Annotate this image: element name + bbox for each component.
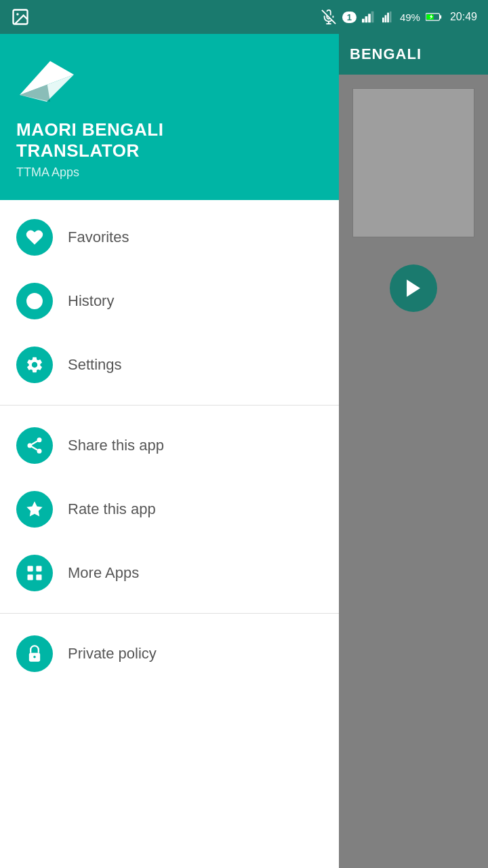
- app-title: MAORI BENGALI TRANSLATOR: [16, 119, 323, 161]
- settings-icon-circle: [16, 347, 53, 383]
- rate-label: Rate this app: [68, 500, 156, 518]
- navigation-drawer: MAORI BENGALI TRANSLATOR TTMA Apps Favor…: [0, 34, 339, 868]
- svg-rect-12: [390, 12, 392, 22]
- heart-icon: [25, 228, 44, 247]
- menu-item-favorites[interactable]: Favorites: [0, 205, 339, 269]
- svg-marker-32: [407, 279, 420, 297]
- history-label: History: [68, 292, 114, 310]
- status-bar: 1 49% 20:49: [0, 0, 488, 34]
- settings-label: Settings: [68, 356, 122, 374]
- share-icon-circle: [16, 427, 53, 464]
- menu-section-1: Favorites History: [0, 200, 339, 402]
- menu-section-2: Share this app Rate this app: [0, 408, 339, 610]
- status-bar-right: 1 49% 20:49: [321, 9, 477, 24]
- svg-rect-6: [365, 16, 368, 22]
- svg-rect-9: [382, 18, 384, 22]
- svg-point-1: [16, 13, 19, 16]
- target-language-label: BENGALI: [350, 45, 422, 63]
- menu-section-3: Private policy: [0, 616, 339, 691]
- privacy-icon-circle: [16, 635, 53, 672]
- svg-rect-7: [368, 14, 371, 22]
- favorites-label: Favorites: [68, 229, 129, 246]
- right-panel-content: [339, 75, 488, 868]
- menu-item-more-apps[interactable]: More Apps: [0, 541, 339, 605]
- drawer-header: MAORI BENGALI TRANSLATOR TTMA Apps: [0, 34, 339, 200]
- svg-rect-27: [36, 566, 41, 572]
- translate-arrow-icon: [402, 277, 425, 300]
- history-icon-circle: [16, 283, 53, 319]
- svg-rect-28: [28, 575, 33, 580]
- battery-icon: [426, 12, 442, 22]
- menu-item-history[interactable]: History: [0, 269, 339, 333]
- lock-icon: [25, 644, 44, 663]
- svg-rect-29: [36, 575, 41, 580]
- app-developer: TTMA Apps: [16, 165, 323, 180]
- gear-icon: [25, 355, 44, 374]
- svg-line-24: [32, 441, 37, 445]
- svg-rect-5: [362, 19, 365, 23]
- favorites-icon-circle: [16, 219, 53, 256]
- star-icon: [25, 500, 44, 519]
- mute-icon: [321, 9, 337, 24]
- notification-badge: 1: [342, 12, 357, 23]
- svg-point-22: [37, 449, 42, 454]
- translate-button[interactable]: [390, 264, 437, 312]
- app-logo: [16, 54, 77, 108]
- menu-item-rate[interactable]: Rate this app: [0, 477, 339, 541]
- status-time: 20:49: [450, 11, 477, 23]
- rate-icon-circle: [16, 491, 53, 528]
- drawer-menu: Favorites History: [0, 200, 339, 868]
- svg-point-20: [37, 438, 42, 443]
- more-apps-label: More Apps: [68, 564, 139, 582]
- translation-output-area: [352, 88, 474, 237]
- signal-icon: [362, 11, 377, 23]
- svg-rect-8: [371, 12, 374, 23]
- image-icon: [11, 7, 30, 26]
- menu-divider-1: [0, 405, 339, 406]
- svg-line-23: [32, 447, 37, 450]
- privacy-label: Private policy: [68, 645, 157, 663]
- menu-item-share[interactable]: Share this app: [0, 414, 339, 477]
- svg-rect-15: [440, 15, 442, 18]
- main-container: MAORI BENGALI TRANSLATOR TTMA Apps Favor…: [0, 34, 488, 868]
- right-panel-header: BENGALI: [339, 34, 488, 75]
- svg-marker-25: [26, 502, 42, 517]
- menu-divider-2: [0, 613, 339, 614]
- svg-rect-10: [385, 15, 387, 22]
- svg-point-21: [28, 443, 33, 448]
- share-icon: [25, 436, 44, 455]
- svg-rect-26: [28, 566, 33, 572]
- more-apps-icon-circle: [16, 555, 53, 591]
- menu-item-privacy[interactable]: Private policy: [0, 622, 339, 686]
- share-label: Share this app: [68, 437, 164, 454]
- clock-icon: [25, 292, 44, 311]
- battery-percentage: 49%: [400, 12, 420, 23]
- svg-point-31: [33, 656, 36, 658]
- svg-rect-11: [387, 13, 389, 22]
- menu-item-settings[interactable]: Settings: [0, 333, 339, 397]
- right-panel: BENGALI: [339, 34, 488, 868]
- grid-icon: [25, 564, 44, 583]
- signal2-icon: [382, 11, 394, 23]
